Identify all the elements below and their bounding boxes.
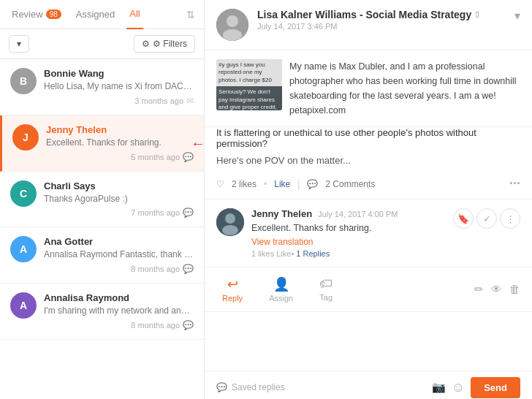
conv-meta: 8 months ago 💬 <box>44 320 194 330</box>
svg-point-1 <box>227 15 238 27</box>
conv-body: Charli Says Thanks AgoraPulse :) 7 month… <box>44 180 194 218</box>
more-actions[interactable]: ··· <box>509 176 520 191</box>
conv-name: Charli Says <box>44 180 194 191</box>
emoji-button[interactable]: ☺ <box>452 380 465 395</box>
list-item[interactable]: C Charli Says Thanks AgoraPulse :) 7 mon… <box>0 172 204 228</box>
reply-text-input[interactable] <box>216 319 520 363</box>
comment-actions: 🔖 ✓ ⋮ <box>453 208 520 229</box>
conv-body: Bonnie Wang Hello Lisa, My name is Xi fr… <box>44 68 194 106</box>
like-button[interactable]: Like <box>274 179 290 189</box>
tab-all-label: All <box>129 8 140 19</box>
comment-icon: 💬 <box>183 208 194 218</box>
more-button[interactable]: ⋮ <box>500 208 520 229</box>
likes-count: 2 likes <box>232 179 256 189</box>
tab-assign[interactable]: 👤 Assign <box>263 273 299 305</box>
right-panel: Lisa Kalner Williams - Social Media Stra… <box>205 0 532 399</box>
eye-button[interactable]: 👁 <box>491 283 502 296</box>
conv-preview: I'm sharing with my network and and busi… <box>44 305 194 317</box>
svg-point-4 <box>225 213 235 224</box>
trash-button[interactable]: 🗑 <box>509 283 520 296</box>
conv-time: 5 months ago <box>131 153 180 162</box>
tab-all[interactable]: All <box>126 0 142 29</box>
list-item[interactable]: A Ana Gotter Annalisa Raymond Fantastic,… <box>0 227 204 284</box>
replies-link[interactable]: 1 Replies <box>296 249 330 258</box>
thumbnail-overlay: Seriously? We don't pay Instagram shares… <box>216 86 282 110</box>
post-header: Lisa Kalner Williams - Social Media Stra… <box>205 0 532 50</box>
separator: • <box>264 179 267 189</box>
footer-actions: 📷 ☺ Send <box>432 377 520 398</box>
post-question: It is flattering or unethical to use oth… <box>205 127 532 155</box>
tab-review-label: Review <box>12 9 43 20</box>
post-author: Lisa Kalner Williams - Social Media Stra… <box>257 9 471 20</box>
chevron-down-icon: ▾ <box>514 10 520 22</box>
image-button[interactable]: 📷 <box>432 381 446 394</box>
comment-likes: 1 likes Like• 1 Replies <box>251 249 520 258</box>
filters-button[interactable]: ⚙ ⚙ Filters <box>134 35 195 53</box>
comment-avatar <box>216 208 244 236</box>
tag-label: Tag <box>319 293 332 302</box>
tab-assigned[interactable]: Assigned <box>73 0 118 29</box>
reply-input-area <box>205 312 532 370</box>
reply-footer: 💬 Saved replies 📷 ☺ Send <box>205 370 532 399</box>
comment-icon: 💬 <box>183 264 194 274</box>
conv-body: Jenny Thelen Excellent. Thanks for shari… <box>46 124 194 162</box>
sort-icon[interactable]: ⇅ <box>186 9 195 20</box>
comment-icon: 💬 <box>183 152 194 162</box>
post-avatar <box>216 9 248 41</box>
check-button[interactable]: ✓ <box>476 208 497 229</box>
thumbnail-caption: #y guys I saw you reposted one my photos… <box>216 59 282 86</box>
conv-time: 3 months ago <box>134 96 183 105</box>
svg-point-5 <box>222 225 238 235</box>
email-icon: ✉ <box>186 96 194 106</box>
tabs-bar: Review 98 Assigned All ⇅ <box>0 0 204 29</box>
expand-toggle[interactable]: ▾ <box>514 9 520 41</box>
send-button[interactable]: Send <box>471 377 520 398</box>
comment-author: Jenny Thelen <box>251 208 312 219</box>
conv-name: Jenny Thelen <box>46 124 194 135</box>
dropdown-button[interactable]: ▾ <box>9 35 29 53</box>
conv-body: Annalisa Raymond I'm sharing with my net… <box>44 292 194 330</box>
conv-time: 8 months ago <box>131 265 180 273</box>
red-arrow-indicator: ← <box>191 134 204 151</box>
comment-icon-small: 💬 <box>307 179 318 189</box>
conv-preview: Excellent. Thanks for sharing. <box>46 137 194 149</box>
left-panel: Review 98 Assigned All ⇅ ▾ ⚙ ⚙ Filters B… <box>0 0 205 399</box>
comment-time: July 14, 2017 4:00 PM <box>318 210 398 218</box>
view-translation-link[interactable]: View translation <box>251 237 520 247</box>
conv-preview: Hello Lisa, My name is Xi from DAC japan… <box>44 80 194 93</box>
post-body-text: My name is Max Dubler, and I am a profes… <box>289 59 520 118</box>
filters-label: ⚙ Filters <box>153 39 187 49</box>
saved-replies-button[interactable]: 💬 Saved replies <box>216 382 285 392</box>
conv-meta: 3 months ago ✉ <box>44 96 194 106</box>
conv-name: Bonnie Wang <box>44 68 194 79</box>
tab-review[interactable]: Review 98 <box>9 0 64 29</box>
avatar: C <box>10 180 37 207</box>
filter-bar: ▾ ⚙ ⚙ Filters <box>0 29 204 59</box>
bookmark-button[interactable]: 🔖 <box>453 208 474 229</box>
comment-icon: 💬 <box>183 320 194 330</box>
saved-replies-icon: 💬 <box>216 382 227 392</box>
facebook-icon:  <box>476 10 479 20</box>
tab-tag[interactable]: 🏷 Tag <box>314 273 338 305</box>
assign-icon: 👤 <box>273 276 289 292</box>
conv-time: 7 months ago <box>131 208 180 217</box>
conv-meta: 7 months ago 💬 <box>44 208 194 218</box>
post-content-area: #y guys I saw you reposted one my photos… <box>205 50 532 127</box>
conv-meta: 5 months ago 💬 <box>46 152 194 162</box>
tab-reply[interactable]: ↩ Reply <box>216 273 248 305</box>
reply-icon: ↩ <box>227 276 238 292</box>
list-item[interactable]: J Jenny Thelen Excellent. Thanks for sha… <box>0 115 204 172</box>
conv-body: Ana Gotter Annalisa Raymond Fantastic, t… <box>44 236 194 274</box>
list-item[interactable]: B Bonnie Wang Hello Lisa, My name is Xi … <box>0 59 204 115</box>
conv-name: Ana Gotter <box>44 236 194 247</box>
conversation-list: B Bonnie Wang Hello Lisa, My name is Xi … <box>0 59 204 399</box>
avatar: J <box>12 124 39 151</box>
edit-button[interactable]: ✏ <box>474 283 484 296</box>
separator: | <box>297 179 300 189</box>
list-item[interactable]: A Annalisa Raymond I'm sharing with my n… <box>0 284 204 340</box>
avatar: A <box>10 236 37 262</box>
svg-point-2 <box>223 29 242 41</box>
conv-meta: 8 months ago 💬 <box>44 264 194 274</box>
conv-time: 8 months ago <box>131 321 180 330</box>
avatar: B <box>10 68 37 94</box>
